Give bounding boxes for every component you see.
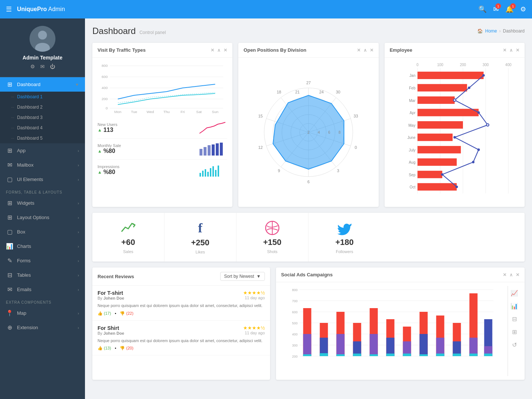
- ads-minimize-icon[interactable]: ✕: [503, 272, 507, 277]
- svg-rect-131: [336, 334, 344, 356]
- sidebar-item-dashboard2[interactable]: Dashboard 2: [0, 102, 85, 112]
- collapse-icon[interactable]: ∧: [217, 48, 221, 53]
- map-label: Map: [17, 310, 26, 316]
- chevron-down-icon: ▼: [75, 82, 79, 87]
- social-ads-body: 800 700 600 500 400 300 200: [276, 282, 525, 380]
- review-2-like[interactable]: 👍 (13): [98, 346, 111, 351]
- settings-icon[interactable]: ⚙: [30, 64, 35, 69]
- emails-icon: ✉: [6, 286, 13, 293]
- gear-icon[interactable]: ⚙: [520, 5, 526, 13]
- sidebar-item-app[interactable]: ⊞ App ›: [0, 143, 85, 158]
- envelope-icon[interactable]: ✉: [40, 64, 45, 69]
- employee-close-icon[interactable]: ✕: [516, 48, 519, 53]
- svg-rect-82: [417, 96, 455, 104]
- sidebar-item-widgets[interactable]: ⊞ Widgets ›: [0, 196, 85, 210]
- sidebar-item-dashboard[interactable]: ⊞ Dashboard ▼: [0, 77, 85, 92]
- layout-icon: ⊞: [6, 214, 13, 221]
- monthly-sale-label: Monthly Sale: [98, 143, 121, 148]
- charts-label: Charts: [17, 243, 31, 249]
- svg-text:3: 3: [337, 168, 339, 173]
- svg-text:100: 100: [437, 63, 443, 67]
- sidebar-item-mailbox[interactable]: ✉ Mailbox ›: [0, 158, 85, 172]
- widgets-arrow-icon: ›: [78, 201, 79, 205]
- review-2-actions: 👍 (13) • 👎 (20): [98, 346, 265, 351]
- review-2-dislike[interactable]: 👎 (20): [120, 346, 133, 351]
- forms-section-label: FORMS, TABLE & LAYOUTS: [0, 187, 85, 196]
- emails-arrow-icon: ›: [78, 287, 79, 292]
- monthly-sale-up-icon: ▲: [98, 149, 102, 154]
- svg-rect-27: [202, 171, 204, 177]
- navbar-right: 🔍 ✉ 1 🔔 1 ⚙: [478, 5, 526, 13]
- search-icon[interactable]: 🔍: [478, 5, 487, 13]
- sidebar-item-forms[interactable]: ✎ Forms ›: [0, 253, 85, 268]
- svg-rect-33: [218, 166, 219, 177]
- sidebar-item-box[interactable]: ▢ Box ›: [0, 225, 85, 239]
- sort-dropdown[interactable]: Sort by Newest ▼: [220, 272, 265, 281]
- sidebar-item-tables[interactable]: ⊟ Tables ›: [0, 268, 85, 282]
- positions-minimize-icon[interactable]: ✕: [357, 48, 361, 53]
- box-label: Box: [17, 229, 25, 235]
- svg-rect-30: [210, 168, 211, 177]
- layers-icon[interactable]: ⊟: [512, 316, 517, 323]
- stat-impressions: Impressions ▲ %80: [98, 160, 227, 180]
- sidebar-item-dashboard5[interactable]: Dashboard 5: [0, 133, 85, 143]
- sidebar-profile: Admin Template ⚙ ✉ ⏻: [0, 18, 85, 77]
- hamburger-icon[interactable]: ☰: [6, 5, 12, 13]
- dashboard-label: Dashboard: [17, 82, 41, 87]
- refresh-icon[interactable]: ↺: [512, 341, 517, 348]
- svg-text:300: 300: [482, 63, 489, 67]
- sidebar-item-ui[interactable]: ▢ UI Elements ›: [0, 172, 85, 187]
- breadcrumb-home[interactable]: Home: [485, 28, 497, 34]
- ads-close-icon[interactable]: ✕: [516, 272, 519, 277]
- mail-icon[interactable]: ✉ 1: [493, 5, 499, 13]
- sidebar-item-emails[interactable]: ✉ Emails ›: [0, 282, 85, 297]
- bell-icon[interactable]: 🔔 1: [505, 5, 514, 13]
- emails-label: Emails: [17, 287, 31, 292]
- close-icon[interactable]: ✕: [224, 48, 227, 53]
- svg-rect-125: [303, 334, 311, 356]
- svg-text:Apr: Apr: [410, 111, 416, 115]
- svg-point-105: [441, 173, 443, 176]
- ads-collapse-icon[interactable]: ∧: [509, 272, 513, 277]
- radar-chart: // Inline SVG polygons for radar: [243, 62, 373, 202]
- line-chart-icon[interactable]: 📈: [511, 290, 518, 297]
- positions-card-body: // Inline SVG polygons for radar: [238, 58, 378, 207]
- social-ads-chart: 800 700 600 500 400 300 200: [280, 286, 508, 376]
- sidebar-item-extension[interactable]: ⊕ Extension ›: [0, 320, 85, 335]
- review-1-dislike[interactable]: 👎 (22): [120, 311, 133, 316]
- power-icon[interactable]: ⏻: [50, 64, 55, 69]
- bar-chart-icon[interactable]: 📊: [511, 303, 518, 310]
- svg-rect-129: [320, 353, 328, 356]
- positions-collapse-icon[interactable]: ∧: [364, 48, 367, 53]
- sidebar-item-dashboard4[interactable]: Dashboard 4: [0, 123, 85, 133]
- employee-collapse-icon[interactable]: ∧: [509, 48, 513, 53]
- traffic-card-title: Visit By Traffic Types: [98, 47, 146, 53]
- likes-number: +250: [191, 238, 209, 248]
- sidebar-item-dashboard1[interactable]: Dashboard 1: [0, 92, 85, 102]
- grid-icon[interactable]: ⊞: [512, 328, 517, 335]
- review-1-like[interactable]: 👍 (17): [98, 311, 111, 316]
- review-item-1: For T-shirt By Johen Doe ★★★★½ 11 day ag…: [92, 286, 270, 321]
- extension-label: Extension: [17, 325, 38, 330]
- sidebar-item-layout[interactable]: ⊞ Layout Options ›: [0, 210, 85, 225]
- facebook-icon: f: [198, 220, 202, 236]
- positions-close-icon[interactable]: ✕: [370, 48, 374, 53]
- sidebar-item-dashboard3[interactable]: Dashboard 3: [0, 112, 85, 123]
- svg-text:21: 21: [295, 90, 300, 94]
- sidebar-item-map[interactable]: 📍 Map ›: [0, 306, 85, 320]
- svg-text:Mar: Mar: [409, 99, 416, 103]
- svg-point-100: [477, 111, 480, 114]
- employee-minimize-icon[interactable]: ✕: [503, 48, 507, 53]
- svg-rect-31: [212, 166, 214, 177]
- minimize-icon[interactable]: ✕: [211, 48, 214, 53]
- impressions-value: %80: [103, 169, 115, 175]
- reviews-title: Recent Reviews: [98, 274, 134, 279]
- review-2-header: For Shirt By Johen Doe ★★★★½ 11 day ago: [98, 325, 265, 335]
- page-title-area: Dashboard Control panel: [92, 26, 166, 36]
- bell-badge: 1: [510, 3, 516, 9]
- svg-point-1: [38, 31, 47, 40]
- sidebar-item-charts[interactable]: 📊 Charts ›: [0, 239, 85, 253]
- svg-rect-147: [419, 354, 427, 356]
- svg-text:800: 800: [292, 288, 297, 292]
- svg-point-97: [482, 74, 485, 77]
